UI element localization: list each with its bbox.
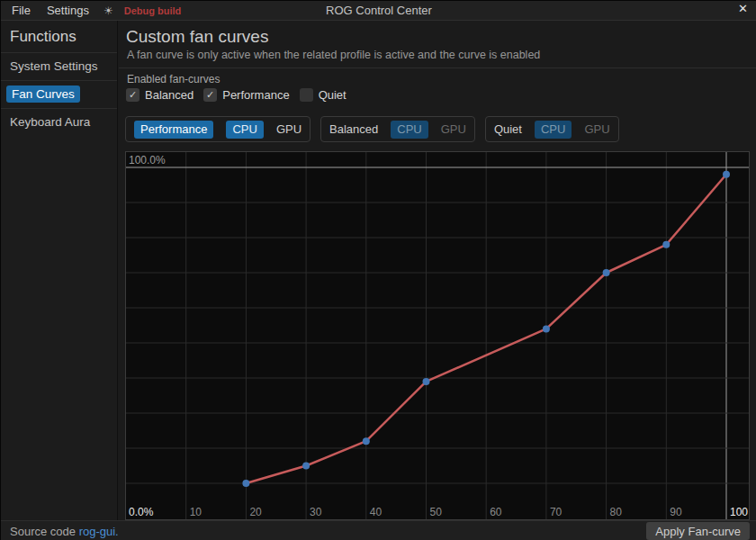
x-tick-label: 80: [610, 506, 623, 518]
curve-point[interactable]: [423, 378, 430, 385]
tab-quiet-cpu[interactable]: CPU: [535, 121, 572, 139]
checkbox-quiet[interactable]: Quiet: [300, 88, 346, 102]
curve-point[interactable]: [603, 269, 610, 276]
enabled-checkbox-row: ✓ Balanced ✓ Performance Quiet: [126, 88, 356, 102]
apply-fan-curve-button[interactable]: Apply Fan-curve: [646, 522, 750, 540]
source-code-text: Source code rog-gui.: [10, 525, 119, 538]
page-title: Custom fan curves: [126, 27, 268, 47]
main-panel: Custom fan curves A fan curve is only ac…: [119, 21, 756, 520]
checkbox-balanced[interactable]: ✓ Balanced: [126, 88, 194, 102]
page-subtitle: A fan curve is only active when the rela…: [127, 49, 540, 61]
sidebar-item-system-settings[interactable]: System Settings: [1, 52, 117, 80]
tab-performance[interactable]: Performance: [134, 121, 213, 139]
y-axis-bottom-label: 0.0%: [129, 506, 154, 518]
sidebar: Functions System Settings Fan Curves Key…: [1, 21, 118, 520]
x-tick-label: 90: [670, 506, 682, 518]
tab-balanced-gpu[interactable]: GPU: [441, 122, 466, 136]
tab-group-quiet: Quiet CPU GPU: [485, 116, 619, 142]
tab-group-performance: Performance CPU GPU: [125, 116, 310, 142]
y-axis-top-label: 100.0%: [129, 154, 166, 166]
checkbox-performance[interactable]: ✓ Performance: [203, 88, 289, 102]
sidebar-item-keyboard-aura[interactable]: Keyboard Aura: [1, 108, 117, 136]
curve-point[interactable]: [242, 480, 249, 487]
divider: [119, 68, 756, 68]
sidebar-item-label: System Settings: [10, 59, 98, 73]
source-code-label: Source code: [10, 525, 76, 538]
checkmark-icon: ✓: [126, 88, 140, 102]
fan-curve-chart[interactable]: 102030405060708090100100.0%0.0%: [125, 151, 750, 520]
tab-balanced-cpu[interactable]: CPU: [391, 121, 428, 139]
menu-file[interactable]: File: [8, 4, 34, 17]
sidebar-item-fan-curves[interactable]: Fan Curves: [1, 80, 117, 108]
sidebar-item-label: Keyboard Aura: [10, 115, 90, 129]
menu-settings[interactable]: Settings: [43, 4, 93, 17]
source-code-link[interactable]: rog-gui.: [79, 525, 119, 538]
checkbox-label: Quiet: [319, 88, 346, 102]
x-tick-label: 20: [249, 506, 262, 518]
fan-curve-tabs-row: Performance CPU GPU Balanced CPU GPU Qui…: [125, 116, 619, 142]
x-tick-label: 30: [310, 506, 322, 518]
debug-build-badge: Debug build: [124, 5, 182, 16]
curve-point[interactable]: [302, 463, 310, 470]
window-title: ROG Control Center: [1, 4, 756, 17]
checkbox-empty: [300, 88, 313, 102]
x-tick-label: 50: [430, 506, 443, 518]
tab-balanced[interactable]: Balanced: [329, 122, 378, 136]
enabled-fan-curves-label: Enabled fan-curves: [127, 73, 220, 86]
sun-icon[interactable]: ☀: [104, 4, 113, 17]
curve-point[interactable]: [543, 325, 550, 332]
tab-group-balanced: Balanced CPU GPU: [320, 116, 475, 142]
titlebar: File Settings ☀ Debug build ROG Control …: [1, 1, 756, 21]
close-icon[interactable]: ✕: [738, 2, 748, 15]
curve-point[interactable]: [723, 171, 730, 178]
x-tick-label: 60: [490, 506, 502, 518]
footer-bar: Source code rog-gui. Apply Fan-curve: [1, 520, 756, 540]
tab-performance-gpu[interactable]: GPU: [276, 122, 302, 136]
x-tick-label: 70: [550, 506, 562, 518]
x-tick-label: 10: [190, 506, 202, 518]
tab-performance-cpu[interactable]: CPU: [226, 121, 263, 139]
curve-point[interactable]: [662, 241, 670, 248]
checkmark-icon: ✓: [203, 88, 217, 102]
x-tick-label: 100: [730, 506, 748, 518]
tab-quiet[interactable]: Quiet: [494, 122, 522, 136]
tab-quiet-gpu[interactable]: GPU: [584, 122, 609, 136]
sidebar-header: Functions: [1, 21, 117, 52]
checkbox-label: Performance: [222, 88, 289, 102]
x-tick-label: 40: [370, 506, 382, 518]
app-window: File Settings ☀ Debug build ROG Control …: [0, 0, 756, 540]
curve-point[interactable]: [363, 437, 370, 445]
checkbox-label: Balanced: [145, 88, 194, 102]
sidebar-item-label-selected: Fan Curves: [6, 86, 80, 103]
